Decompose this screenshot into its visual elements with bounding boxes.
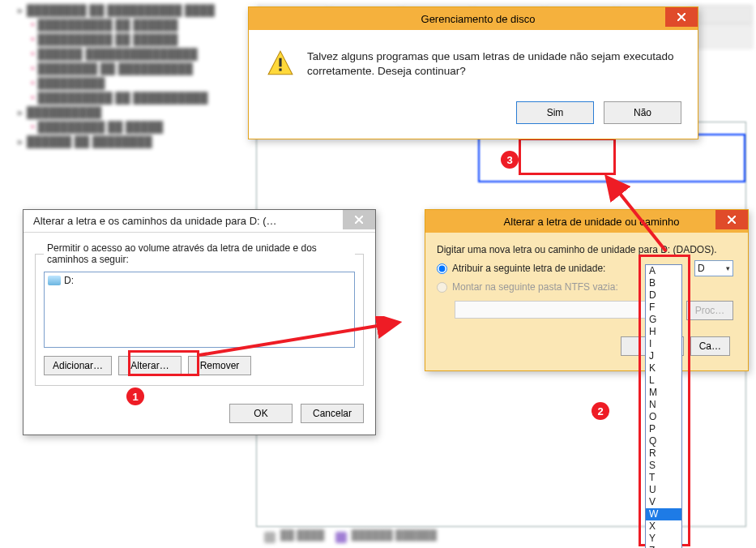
drive-letter-option[interactable]: P	[646, 423, 681, 435]
paths-group: Permitir o acesso ao volume através da l…	[35, 242, 364, 386]
assign-letter-label: Atribuir a seguinte letra de unidade:	[452, 263, 605, 274]
annotation-step-2: 2	[592, 402, 609, 420]
chevron-down-icon: ▾	[726, 264, 730, 272]
dialog-titlebar: Alterar a letra e os caminhos da unidade…	[23, 210, 375, 233]
dialog-title: Alterar a letra de unidade ou caminho	[504, 216, 680, 228]
drive-letter-option[interactable]: G	[646, 314, 681, 326]
group-legend: Permitir o acesso ao volume através da l…	[44, 242, 355, 265]
paths-listbox[interactable]: D:	[44, 272, 355, 348]
drive-letter-option[interactable]: B	[646, 277, 681, 289]
remove-button[interactable]: Remover	[188, 356, 251, 375]
change-letter-paths-dialog: Alterar a letra e os caminhos da unidade…	[23, 209, 376, 435]
mount-folder-option[interactable]: Montar na seguinte pasta NTFS vazia:	[437, 281, 733, 293]
close-icon[interactable]	[343, 210, 375, 229]
svg-rect-3	[279, 58, 281, 67]
drive-letter-option[interactable]: W	[646, 508, 681, 520]
drive-letter-option[interactable]: X	[646, 520, 681, 533]
drive-letter-option[interactable]: U	[646, 484, 681, 496]
drive-letter-listbox[interactable]: ABDFGHIJKLMNOPQRSTUVWXYZ	[645, 264, 682, 548]
disk-management-confirm-dialog: Gerenciamento de disco Talvez alguns pro…	[248, 6, 698, 139]
warning-icon	[267, 49, 294, 77]
drive-letter-option[interactable]: O	[646, 411, 681, 423]
drive-letter-option[interactable]: M	[646, 387, 681, 399]
mount-folder-radio[interactable]	[437, 282, 447, 293]
drive-letter-option[interactable]: L	[646, 375, 681, 387]
change-button[interactable]: Alterar…	[118, 356, 182, 375]
drive-icon	[48, 276, 61, 285]
annotation-step-3: 3	[501, 151, 519, 169]
no-button[interactable]: Não	[604, 101, 681, 124]
dialog-titlebar: Alterar a letra de unidade ou caminho	[425, 210, 748, 233]
browse-button[interactable]: Proc…	[686, 301, 733, 320]
drive-letter-option[interactable]: I	[646, 338, 681, 350]
add-button[interactable]: Adicionar…	[44, 356, 112, 375]
drive-label: D:	[64, 275, 74, 286]
ok-button[interactable]: OK	[229, 404, 293, 423]
drive-letter-option[interactable]: K	[646, 362, 681, 375]
drive-letter-combo[interactable]: D ▾	[694, 260, 733, 276]
cancel-button[interactable]: Cancelar	[301, 404, 364, 423]
assign-letter-option[interactable]: Atribuir a seguinte letra de unidade: D …	[437, 260, 733, 276]
drive-letter-option[interactable]: A	[646, 265, 681, 277]
drive-letter-option[interactable]: R	[646, 447, 681, 460]
close-icon[interactable]	[715, 210, 748, 229]
drive-letter-option[interactable]: T	[646, 472, 681, 484]
drive-letter-option[interactable]: J	[646, 350, 681, 362]
cancel-button[interactable]: Ca…	[690, 336, 730, 356]
dialog-prompt: Digitar uma nova letra ou caminho de uni…	[437, 244, 733, 255]
drive-letter-option[interactable]: F	[646, 302, 681, 314]
dialog-message: Talvez alguns programas que usam letras …	[307, 49, 680, 79]
drive-letter-option[interactable]: S	[646, 460, 681, 472]
list-item[interactable]: D:	[48, 274, 351, 287]
drive-letter-option[interactable]: Z	[646, 545, 681, 548]
dialog-titlebar: Gerenciamento de disco	[249, 7, 698, 30]
drive-letter-option[interactable]: D	[646, 289, 681, 302]
combo-value: D	[698, 263, 705, 274]
assign-letter-radio[interactable]	[437, 263, 447, 274]
dialog-title: Alterar a letra e os caminhos da unidade…	[33, 215, 277, 227]
mount-folder-label: Montar na seguinte pasta NTFS vazia:	[452, 281, 618, 293]
side-button	[696, 24, 753, 49]
mmc-tree: ████████ ██ ██████████ ████ ██████████ █…	[3, 2, 246, 152]
drive-letter-option[interactable]: H	[646, 326, 681, 338]
svg-rect-4	[279, 68, 281, 71]
dialog-body: Talvez alguns programas que usam letras …	[249, 30, 698, 88]
drive-letter-option[interactable]: Y	[646, 533, 681, 545]
drive-letter-option[interactable]: Q	[646, 435, 681, 447]
close-icon[interactable]	[665, 7, 698, 27]
annotation-step-1: 1	[126, 387, 144, 405]
drive-letter-option[interactable]: N	[646, 399, 681, 411]
yes-button[interactable]: Sim	[516, 101, 594, 124]
assign-drive-letter-dialog: Alterar a letra de unidade ou caminho Di…	[425, 209, 749, 371]
dialog-title: Gerenciamento de disco	[421, 13, 536, 25]
drive-letter-option[interactable]: V	[646, 496, 681, 508]
